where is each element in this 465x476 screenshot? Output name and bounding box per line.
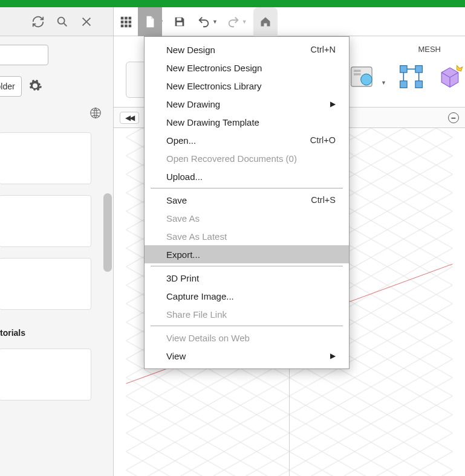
svg-rect-20	[415, 81, 423, 88]
menu-item-save-as-latest: Save As Latest	[145, 227, 349, 245]
refresh-icon[interactable]	[30, 14, 46, 30]
submenu-arrow-icon: ▶	[330, 100, 336, 108]
svg-rect-4	[121, 21, 124, 24]
mesh-cube-icon[interactable]	[436, 63, 464, 91]
menu-item-label: New Drawing	[166, 99, 220, 109]
svg-rect-8	[125, 24, 128, 27]
svg-rect-17	[400, 66, 408, 73]
caret-down-icon[interactable]: ▼	[381, 80, 386, 86]
svg-rect-15	[354, 70, 361, 72]
collapse-icon[interactable]: –	[448, 112, 459, 123]
menu-item-label: Open...	[166, 135, 196, 146]
menu-item-label: New Electronics Design	[166, 63, 262, 73]
project-card[interactable]	[0, 349, 91, 400]
file-dropdown-menu: New DesignCtrl+NNew Electronics DesignNe…	[144, 36, 350, 369]
new-folder-button[interactable]: w Folder	[0, 76, 22, 97]
svg-point-14	[361, 74, 372, 85]
svg-rect-11	[177, 22, 182, 25]
project-card[interactable]	[0, 195, 91, 247]
menu-item-save[interactable]: SaveCtrl+S	[145, 191, 349, 209]
svg-rect-3	[129, 16, 132, 19]
svg-marker-24	[457, 66, 463, 71]
menu-item-label: Save As	[166, 213, 200, 224]
globe-icon[interactable]	[0, 106, 107, 121]
menu-item-capture-image[interactable]: Capture Image...	[145, 287, 349, 305]
menu-item-view[interactable]: View▶	[145, 347, 349, 365]
menu-item-label: Export...	[166, 249, 200, 260]
menu-item-label: Save As Latest	[166, 231, 227, 242]
menu-item-export[interactable]: Export...	[145, 245, 349, 263]
svg-rect-6	[129, 21, 132, 24]
data-panel-toolbar	[0, 7, 114, 36]
svg-rect-18	[415, 66, 423, 73]
menu-item-label: New Drawing Template	[166, 117, 259, 127]
window-titlebar	[0, 0, 465, 7]
menu-item-new-drawing[interactable]: New Drawing▶	[145, 95, 349, 113]
svg-rect-16	[354, 73, 361, 75]
svg-rect-1	[121, 16, 124, 19]
project-name-input[interactable]: ple	[0, 45, 48, 65]
save-icon[interactable]	[167, 7, 192, 36]
menu-item-save-as: Save As	[145, 209, 349, 227]
menu-item-shortcut: Ctrl+S	[311, 195, 336, 205]
menu-item-new-electronics-library[interactable]: New Electronics Library	[145, 77, 349, 95]
menu-item-shortcut: Ctrl+N	[311, 45, 336, 54]
ribbon-group-label: MESH	[418, 45, 441, 54]
svg-rect-2	[125, 16, 128, 19]
data-panel: ple w Folder torials	[0, 36, 114, 476]
menu-item-upload[interactable]: Upload...	[145, 167, 349, 185]
project-card[interactable]	[0, 132, 91, 184]
home-tab[interactable]	[253, 7, 278, 36]
file-menu-button[interactable]	[138, 7, 162, 36]
undo-icon[interactable]	[192, 7, 216, 36]
menu-item-new-electronics-design[interactable]: New Electronics Design	[145, 59, 349, 77]
svg-rect-5	[125, 21, 128, 24]
menu-item-label: Save	[166, 195, 187, 205]
menu-item-shortcut: Ctrl+O	[310, 135, 336, 145]
svg-rect-10	[177, 18, 181, 21]
search-icon[interactable]	[54, 14, 70, 30]
menu-item-label: View	[166, 351, 186, 361]
menu-item-new-drawing-template[interactable]: New Drawing Template	[145, 113, 349, 131]
menu-item-3d-print[interactable]: 3D Print	[145, 269, 349, 287]
menu-separator	[151, 266, 343, 266]
node-graph-icon[interactable]	[397, 63, 425, 91]
menu-item-open[interactable]: Open...Ctrl+O	[145, 131, 349, 149]
svg-point-0	[58, 17, 65, 24]
materials-icon[interactable]	[348, 63, 376, 91]
menu-item-label: View Details on Web	[166, 333, 250, 343]
menu-item-open-recovered-documents-0: Open Recovered Documents (0)	[145, 149, 349, 167]
main-toolbar: ▼ ▼ ▼	[114, 7, 465, 36]
svg-rect-9	[129, 24, 132, 27]
menu-item-label: Upload...	[166, 172, 203, 182]
svg-rect-7	[121, 24, 124, 27]
menu-item-label: Share File Link	[166, 309, 227, 320]
scrollbar-thumb[interactable]	[103, 193, 112, 272]
menu-item-new-design[interactable]: New DesignCtrl+N	[145, 40, 349, 59]
menu-item-share-file-link: Share File Link	[145, 305, 349, 323]
menu-item-view-details-on-web: View Details on Web	[145, 329, 349, 347]
menu-item-label: New Electronics Library	[166, 81, 262, 91]
redo-caret-icon[interactable]: ▼	[242, 19, 247, 25]
submenu-arrow-icon: ▶	[330, 352, 336, 360]
menu-item-label: 3D Print	[166, 273, 199, 283]
gear-icon[interactable]	[28, 79, 42, 95]
svg-rect-19	[400, 81, 408, 88]
project-card[interactable]	[0, 258, 91, 310]
menu-item-label: Open Recovered Documents (0)	[166, 153, 297, 164]
menu-item-label: Capture Image...	[166, 291, 234, 301]
menu-item-label: New Design	[166, 45, 215, 55]
rewind-button[interactable]: ◀◀	[120, 112, 139, 124]
close-icon[interactable]	[79, 14, 94, 30]
apps-grid-icon[interactable]	[114, 7, 138, 36]
section-header: torials	[0, 328, 106, 338]
menu-separator	[151, 188, 343, 188]
menu-separator	[151, 326, 343, 326]
